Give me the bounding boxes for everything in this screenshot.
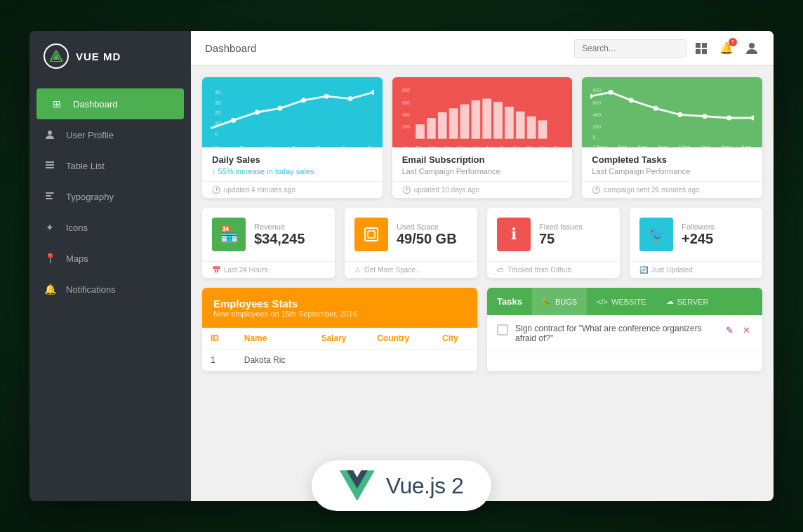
task-edit-button[interactable]: ✎ <box>723 324 736 336</box>
cell-id: 1 <box>202 350 236 371</box>
followers-card-top: 🐦 Followers +245 <box>630 208 762 261</box>
svg-text:600: 600 <box>593 100 602 105</box>
svg-point-44 <box>629 98 634 102</box>
sidebar-item-table-list[interactable]: Table List <box>29 150 191 181</box>
cell-salary <box>312 350 369 371</box>
topbar: Dashboard 🔔 5 <box>191 31 774 66</box>
page-title: Dashboard <box>205 42 567 54</box>
code-icon: </> <box>597 298 608 306</box>
sidebar-item-user-label: User Profile <box>66 130 114 140</box>
followers-footer: 🔄 Just Updated <box>630 261 762 278</box>
svg-rect-10 <box>702 43 707 48</box>
grid-icon[interactable] <box>694 41 709 56</box>
svg-text:400: 400 <box>593 112 602 117</box>
svg-rect-30 <box>416 124 425 139</box>
cell-city <box>434 350 477 371</box>
used-space-info: Used Space 49/50 GB <box>397 222 457 247</box>
task-item: Sign contract for "What are conference o… <box>487 315 762 352</box>
employees-subtitle: New employees on 15th September, 2016 <box>213 310 466 318</box>
sidebar-item-notifications[interactable]: 🔔 Notifications <box>29 274 191 305</box>
notification-badge: 5 <box>729 38 737 46</box>
clock-icon: 🕐 <box>212 186 220 194</box>
col-name: Name <box>236 328 313 350</box>
svg-point-42 <box>590 94 592 99</box>
svg-point-46 <box>678 112 683 117</box>
daily-sales-body: Daily Sales ↑ 55% increase in today sale… <box>202 147 383 181</box>
svg-point-20 <box>371 90 373 95</box>
svg-rect-56 <box>368 231 375 238</box>
col-country: Country <box>369 328 434 350</box>
cell-country <box>369 350 434 371</box>
server-icon: ☁ <box>666 297 674 306</box>
tab-server[interactable]: ☁ SERVER <box>656 288 719 315</box>
svg-text:800: 800 <box>402 88 410 93</box>
fixed-issues-info: Fixed Issues 75 <box>539 222 583 247</box>
task-checkbox[interactable] <box>497 324 508 335</box>
typography-icon <box>44 190 56 203</box>
revenue-value: $34,245 <box>254 231 305 247</box>
revenue-card-top: 🏪 Revenue $34,245 <box>202 208 335 261</box>
sidebar-item-dashboard[interactable]: ⊞ Dashboard <box>36 88 184 119</box>
svg-rect-11 <box>696 49 701 54</box>
search-input[interactable] <box>574 39 686 58</box>
vue-logo <box>340 470 375 501</box>
svg-rect-6 <box>46 192 54 194</box>
tab-website[interactable]: </> WEBSITE <box>587 288 656 315</box>
svg-text:10: 10 <box>215 120 222 126</box>
svg-text:400: 400 <box>402 112 410 117</box>
user-avatar-icon[interactable] <box>744 41 759 56</box>
svg-rect-36 <box>482 99 491 139</box>
tag-icon: 🏷 <box>497 266 504 274</box>
cell-name: Dakota Ric <box>236 350 313 371</box>
svg-rect-35 <box>471 100 480 139</box>
sidebar-item-notifications-label: Notifications <box>66 284 116 295</box>
sidebar-item-icons[interactable]: ✦ Icons <box>29 212 191 243</box>
used-space-card: Used Space 49/50 GB ⚠ Get More Space... <box>345 208 477 278</box>
svg-rect-55 <box>365 228 378 241</box>
task-delete-button[interactable]: ✕ <box>740 324 752 336</box>
revenue-label: Revenue <box>254 222 305 231</box>
fixed-issues-icon: ℹ <box>497 218 531 251</box>
followers-label: Followers <box>682 222 715 231</box>
task-text: Sign contract for "What are conference o… <box>515 324 716 343</box>
logo-icon <box>44 44 69 69</box>
daily-sales-chart: 40 30 20 10 0 MTWTFSS <box>202 77 383 147</box>
user-icon <box>44 128 56 141</box>
revenue-card: 🏪 Revenue $34,245 📅 Last 24 Hours <box>202 208 335 278</box>
daily-sales-card: 40 30 20 10 0 MTWTFSS Daily Sales <box>202 77 383 198</box>
sidebar-item-maps-label: Maps <box>66 253 88 264</box>
sidebar-item-icons-label: Icons <box>66 222 88 233</box>
tasks-tabs: Tasks 🐛 BUGS </> WEBSITE ☁ SERVER <box>487 288 762 315</box>
employees-title: Employees Stats <box>213 298 466 310</box>
bug-icon: 🐛 <box>542 297 552 306</box>
notifications-icon: 🔔 <box>44 283 56 295</box>
sidebar-item-typography[interactable]: Typography <box>29 181 191 212</box>
svg-rect-7 <box>46 195 51 197</box>
tab-bugs[interactable]: 🐛 BUGS <box>532 288 587 315</box>
sidebar-item-user-profile[interactable]: User Profile <box>29 119 191 150</box>
sidebar: VUE MD ⊞ Dashboard User Profile Table Li… <box>29 31 191 501</box>
svg-rect-32 <box>438 112 447 139</box>
daily-sales-sub: ↑ 55% increase in today sales <box>212 167 373 175</box>
svg-rect-41 <box>538 120 547 138</box>
svg-rect-8 <box>46 198 53 199</box>
svg-rect-12 <box>702 49 707 54</box>
svg-text:200: 200 <box>593 124 602 129</box>
clock-icon-3: 🕐 <box>592 186 600 194</box>
bell-icon[interactable]: 🔔 5 <box>719 41 734 56</box>
svg-text:800: 800 <box>593 88 602 93</box>
email-subscription-body: Email Subscription Last Campaign Perform… <box>392 147 573 181</box>
col-id: ID <box>202 328 236 350</box>
app-shell: VUE MD ⊞ Dashboard User Profile Table Li… <box>29 31 774 501</box>
svg-rect-4 <box>46 164 54 166</box>
svg-point-17 <box>301 98 306 102</box>
completed-tasks-title: Completed Tasks <box>592 154 752 165</box>
completed-tasks-card: 800 600 400 200 0 12and3pm6pm9pm12pm3am6… <box>582 77 762 198</box>
tasks-labels: 12and3pm6pm9pm12pm3am6am9am <box>590 145 754 147</box>
calendar-icon: 📅 <box>212 266 220 274</box>
email-chart: 800 600 400 200 <box>392 77 573 147</box>
sidebar-item-maps[interactable]: 📍 Maps <box>29 243 191 274</box>
svg-point-15 <box>255 110 260 115</box>
used-space-footer: ⚠ Get More Space... <box>345 261 477 278</box>
vuejs-badge: Vue.js 2 <box>312 460 491 511</box>
